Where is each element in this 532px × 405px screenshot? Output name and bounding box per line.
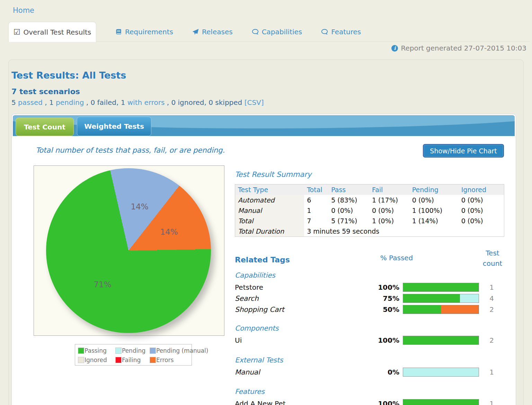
legend-swatch bbox=[150, 348, 156, 354]
tag-row: Petstore100%1 bbox=[235, 282, 504, 292]
tag-label[interactable]: Add A New Pet bbox=[235, 399, 372, 405]
table-row: Manual10 (0%)0 (0%)1 (100%)0 (0%) bbox=[235, 205, 504, 216]
tag-label[interactable]: Search bbox=[235, 294, 372, 303]
tag-label[interactable]: Shopping Cart bbox=[235, 305, 372, 314]
tab-weighted-tests[interactable]: Weighted Tests bbox=[77, 117, 151, 136]
tag-test-count: 1 bbox=[479, 368, 504, 376]
value-cell: 0 (0%) bbox=[369, 205, 409, 216]
legend-label: Pending (manual) bbox=[156, 347, 208, 354]
legend-item: Failing bbox=[115, 356, 150, 364]
tag-group-components: Components bbox=[235, 324, 279, 332]
legend-item: Errors bbox=[150, 356, 208, 364]
value-cell: 0 (0%) bbox=[328, 205, 369, 216]
legend-label: Failing bbox=[122, 357, 141, 363]
bar-segment bbox=[403, 336, 479, 344]
bar-segment bbox=[403, 305, 441, 314]
home-link[interactable]: Home bbox=[13, 6, 34, 15]
test-result-summary-table: Test TypeTotalPassFailPendingIgnored Aut… bbox=[235, 184, 504, 237]
pie-slice-label: 14% bbox=[122, 202, 157, 211]
bar-segment bbox=[403, 294, 460, 303]
tag-result-bar bbox=[403, 305, 479, 314]
tag-row: Add A New Pet100%1 bbox=[235, 398, 504, 405]
tag-test-count: 1 bbox=[479, 283, 504, 291]
value-cell: 6 bbox=[304, 195, 328, 205]
tag-group-external-tests: External Tests bbox=[235, 356, 283, 364]
nav-tab-label: Features bbox=[331, 28, 361, 36]
summary-link[interactable]: passed bbox=[18, 98, 43, 107]
legend-label: Passing bbox=[85, 347, 107, 354]
legend-item: Pending bbox=[115, 347, 150, 354]
legend-label: Ignored bbox=[85, 357, 107, 363]
test-count-header: Testcount bbox=[479, 248, 506, 269]
value-cell: 5 (83%) bbox=[328, 195, 369, 205]
tag-test-count: 2 bbox=[479, 305, 504, 314]
legend-item: Ignored bbox=[78, 356, 115, 364]
nav-tab-releases[interactable]: Releases bbox=[192, 22, 233, 42]
count-header-line: count bbox=[483, 259, 502, 268]
table-col-header: Pending bbox=[409, 184, 459, 195]
pct-passed-header: % Passed bbox=[376, 254, 417, 262]
value-cell: 1 bbox=[304, 205, 328, 216]
row-header-cell: Total Duration bbox=[235, 226, 304, 237]
bar-segment bbox=[403, 368, 479, 376]
summary-text: 0 skipped bbox=[209, 98, 244, 107]
bar-segment bbox=[403, 283, 479, 291]
table-col-header: Total bbox=[304, 184, 328, 195]
summary-text: 0 failed, bbox=[90, 98, 121, 107]
paper-plane-icon bbox=[192, 29, 199, 35]
row-header-cell: Manual bbox=[235, 205, 304, 216]
legend-swatch bbox=[78, 357, 84, 363]
summary-text: , bbox=[43, 98, 49, 107]
tag-pct-passed: 100% bbox=[372, 336, 399, 344]
nav-tab-overall-test-results[interactable]: ☑Overall Test Results bbox=[8, 22, 96, 42]
summary-link[interactable]: with errors bbox=[127, 98, 165, 107]
value-cell: 1 (0%) bbox=[369, 216, 409, 226]
comment-icon bbox=[321, 28, 328, 35]
summary-link[interactable]: pending bbox=[56, 98, 84, 107]
nav-tab-requirements[interactable]: Requirements bbox=[115, 22, 173, 42]
tag-result-bar bbox=[403, 368, 479, 377]
tag-row: Shopping Cart50%2 bbox=[235, 304, 504, 315]
legend-swatch bbox=[78, 348, 84, 354]
tag-label[interactable]: Petstore bbox=[235, 283, 372, 291]
value-cell: 5 (71%) bbox=[328, 216, 369, 226]
nav-tab-capabilities[interactable]: Capabilities bbox=[252, 22, 302, 42]
tag-test-count: 1 bbox=[479, 399, 504, 405]
summary-text: , bbox=[84, 98, 90, 107]
table-col-header: Test Type bbox=[235, 184, 304, 195]
table-row: Total75 (71%)1 (0%)1 (14%)0 (0%) bbox=[235, 216, 504, 226]
chart-caption: Total number of tests that pass, fail, o… bbox=[36, 146, 225, 154]
nav-tab-label: Requirements bbox=[125, 28, 173, 36]
tag-label[interactable]: Ui bbox=[235, 336, 372, 344]
summary-text: , bbox=[165, 98, 171, 107]
value-cell: 1 (17%) bbox=[369, 195, 409, 205]
tab-test-count[interactable]: Test Count bbox=[16, 118, 74, 136]
pie-slice-label: 71% bbox=[85, 280, 120, 289]
tag-pct-passed: 75% bbox=[372, 294, 399, 303]
table-col-header: Ignored bbox=[459, 184, 504, 195]
row-header-cell: Automated bbox=[235, 195, 304, 205]
table-col-header: Fail bbox=[369, 184, 409, 195]
row-header-cell: Total bbox=[235, 216, 304, 226]
tag-pct-passed: 100% bbox=[372, 283, 399, 291]
summary-text: 0 ignored, bbox=[171, 98, 209, 107]
report-generated-label: Report generated 27-07-2015 10:03 bbox=[401, 44, 526, 52]
value-cell: 1 (14%) bbox=[409, 216, 459, 226]
legend-item: Passing bbox=[78, 347, 115, 354]
result-summary-line: 5 passed , 1 pending , 0 failed, 1 with … bbox=[11, 98, 264, 107]
tag-test-count: 4 bbox=[479, 294, 504, 303]
show-hide-pie-chart-button[interactable]: Show/Hide Pie Chart bbox=[423, 144, 504, 158]
summary-link[interactable]: [CSV] bbox=[245, 98, 264, 107]
legend-swatch bbox=[115, 348, 122, 354]
value-cell: 0 (0%) bbox=[459, 195, 504, 205]
tag-result-bar bbox=[403, 294, 479, 303]
value-cell: 7 bbox=[304, 216, 328, 226]
summary-text: 1 bbox=[49, 98, 56, 107]
summary-text: 1 bbox=[121, 98, 127, 107]
table-col-header: Pass bbox=[328, 184, 369, 195]
nav-tab-features[interactable]: Features bbox=[321, 22, 361, 42]
tag-test-count: 2 bbox=[479, 336, 504, 344]
summary-text: 5 bbox=[11, 98, 18, 107]
count-header-line: Test bbox=[486, 249, 499, 257]
tag-label[interactable]: Manual bbox=[235, 368, 372, 376]
